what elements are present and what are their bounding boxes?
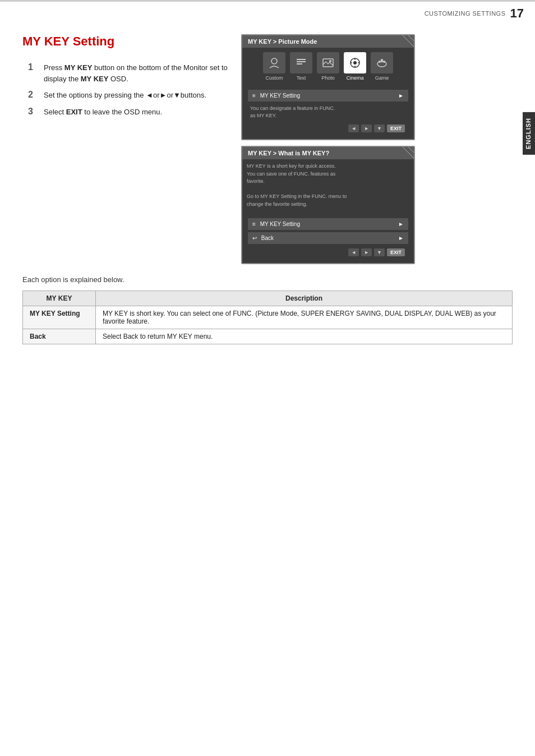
osd-corner-lines-top [391,35,414,49]
custom-icon [268,57,280,69]
svg-line-21 [403,147,414,158]
osd2-menu-item-2: ↩ Back ► [248,232,408,244]
svg-rect-3 [297,59,306,60]
osd2-header-text: MY KEY > What is MY KEY? [248,150,329,156]
right-column: MY KEY > Picture Mode Custom [241,34,513,264]
osd2-line1: MY KEY is a short key for quick access. [247,163,336,169]
osd1-nav: ◄ ► ▼ EXIT [248,122,408,135]
main-content: MY KEY Setting 1 Press MY KEY button on … [0,23,535,356]
instruction-text-3: Select EXIT to leave the OSD menu. [44,107,162,118]
svg-line-1 [403,35,414,47]
osd2-line2: You can save one of FUNC. features as [247,171,335,177]
photo-icon [322,57,334,69]
osd1-menu-label: MY KEY Setting [260,93,300,99]
top-bar: CUSTOMIZING SETTINGS 17 [0,1,535,23]
icon-cinema: Cinema [344,52,366,81]
osd1-menu-item: ≡ MY KEY Setting EXIT ► [248,90,408,102]
osd1-nav-left: ◄ [348,125,359,132]
icon-text: Text [290,52,312,81]
instruction-2: 2 Set the options by pressing the ◄or►or… [28,90,230,101]
language-tab: ENGLISH [523,112,535,155]
game-icon [376,57,388,69]
osd2-nav-down: ▼ [374,248,385,256]
options-table: MY KEY Description MY KEY SettingMY KEY … [22,291,513,344]
osd1-body: ≡ MY KEY Setting EXIT ► You can designat… [242,83,414,139]
osd1-header-text: MY KEY > Picture Mode [248,38,317,45]
table-cell-key: MY KEY Setting [23,306,96,329]
osd1-nav-down: ▼ [374,125,385,132]
osd1-icon-row: Custom Text [242,48,414,83]
left-column: MY KEY Setting 1 Press MY KEY button on … [22,34,230,264]
section-label: CUSTOMIZING SETTINGS [425,10,506,17]
instruction-text-2: Set the options by pressing the ◄or►or▼b… [44,90,206,101]
table-col1-header: MY KEY [23,291,96,306]
table-row: MY KEY SettingMY KEY is short key. You c… [23,306,513,329]
icon-game-box [371,52,393,73]
menu-lines-icon: ≡ [252,93,256,99]
osd2-menu-arrow1: ► [398,221,404,227]
osd2-menu-item2-left: ↩ Back [252,235,274,241]
icon-photo: Photo [317,52,339,81]
table-row: BackSelect Back to return MY KEY menu. [23,329,513,344]
each-option-text: Each option is explained below. [22,275,513,284]
cinema-icon [349,57,361,69]
osd2-header: MY KEY > What is MY KEY? [242,147,414,159]
svg-point-2 [271,58,277,64]
instruction-number-1: 1 [28,62,40,72]
two-column-layout: MY KEY Setting 1 Press MY KEY button on … [22,34,513,264]
icon-photo-label: Photo [321,75,335,81]
instructions-list: 1 Press MY KEY button on the bottom of t… [28,62,230,117]
icon-cinema-box [344,52,366,73]
osd2-exit-btn: EXIT [387,248,405,256]
osd1-menu-arrow-icon: ► [398,93,404,99]
icon-cinema-label: Cinema [346,75,363,81]
svg-line-20 [408,147,414,153]
svg-rect-4 [297,61,306,62]
osd1-header: MY KEY > Picture Mode [242,35,414,48]
osd2-back-icon: ↩ [252,235,257,241]
svg-point-9 [353,61,357,64]
osd2-menu-label2: Back [261,235,274,241]
osd2-line3: favorite. [247,178,265,184]
instruction-number-3: 3 [28,107,40,117]
osd1-menu-item-left: ≡ MY KEY Setting [252,93,300,99]
osd2-menu-label1: MY KEY Setting [260,221,300,227]
osd2-menu-item-1: ≡ MY KEY Setting ► [248,218,408,230]
osd2-body: ≡ MY KEY Setting ► ↩ Back ► [242,211,414,263]
table-cell-description: MY KEY is short key. You can select one … [96,306,513,329]
svg-point-7 [329,60,331,62]
svg-line-0 [408,35,414,41]
osd2-nav: ◄ ► ▼ EXIT [248,246,408,259]
osd2-content: MY KEY is a short key for quick access. … [242,159,414,211]
instruction-3: 3 Select EXIT to leave the OSD menu. [28,107,230,118]
instruction-1: 1 Press MY KEY button on the bottom of t… [28,62,230,84]
icon-custom-box [263,52,285,73]
icon-custom-label: Custom [265,75,283,81]
osd2-lines-icon: ≡ [252,221,256,227]
osd2-menu-arrow2: ► [398,235,404,241]
osd2-menu-item1-left: ≡ MY KEY Setting [252,221,300,227]
text-icon [295,57,307,69]
page-number: 17 [510,6,524,21]
table-cell-description: Select Back to return MY KEY menu. [96,329,513,344]
icon-text-label: Text [297,75,306,81]
instruction-text-1: Press MY KEY button on the bottom of the… [44,62,230,84]
osd-screen-2: MY KEY > What is MY KEY? MY KEY is a sho… [241,146,415,264]
icon-text-box [290,52,312,73]
icon-game-label: Game [375,75,389,81]
icon-photo-box [317,52,339,73]
osd1-desc: You can designate a feature in FUNC.as M… [248,104,408,122]
osd2-line6: change the favorite setting. [247,201,307,207]
icon-game: Game [371,52,393,81]
osd1-nav-right: ► [361,125,372,132]
table-cell-key: Back [23,329,96,344]
osd-screen-1: MY KEY > Picture Mode Custom [241,34,415,140]
instruction-number-2: 2 [28,90,40,100]
svg-rect-5 [297,63,302,64]
table-col2-header: Description [96,291,513,306]
icon-custom: Custom [263,52,285,81]
osd2-line5: Go to MY KEY Setting in the FUNC. menu t… [247,193,347,199]
osd2-nav-left: ◄ [348,248,359,256]
osd2-corner-lines-top [391,147,414,161]
osd1-exit-btn: EXIT [387,125,405,132]
